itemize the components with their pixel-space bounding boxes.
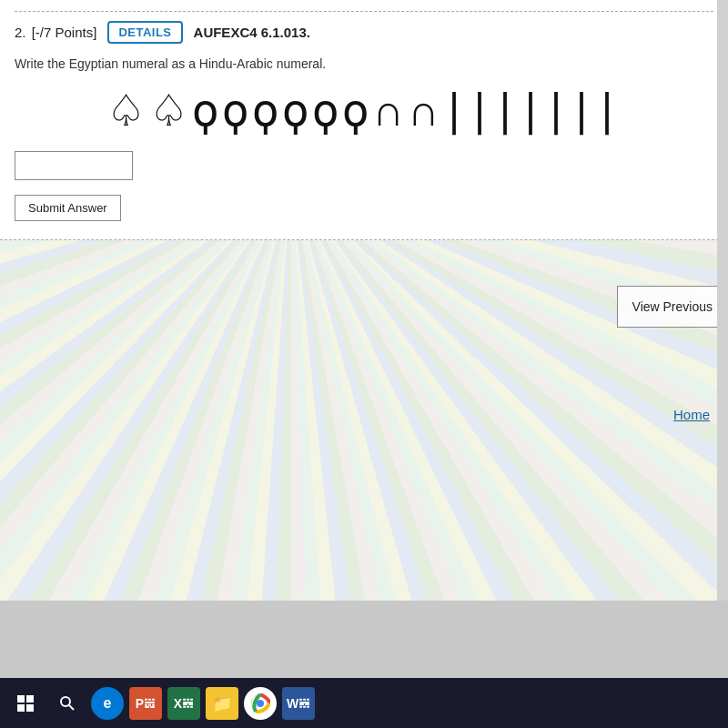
question-number: 2. [-/7 Points] (15, 25, 96, 40)
svg-rect-0 (17, 695, 25, 703)
answer-input[interactable] (15, 151, 133, 180)
svg-point-4 (61, 697, 70, 706)
search-button[interactable] (49, 685, 86, 722)
svg-rect-1 (26, 695, 34, 703)
svg-point-7 (257, 700, 264, 707)
chrome-icon[interactable] (244, 687, 277, 720)
word-icon[interactable]: W𝍁 (282, 687, 315, 720)
svg-line-5 (69, 705, 74, 710)
excel-icon[interactable]: X𝍁 (167, 687, 200, 720)
bottom-area: View Previous Home (0, 240, 728, 495)
taskbar: e P𝍃 X𝍁 📁 W𝍁 (0, 678, 728, 728)
svg-rect-3 (26, 704, 34, 712)
windows-start-button[interactable] (7, 685, 44, 722)
view-previous-button[interactable]: View Previous (617, 286, 728, 328)
home-link[interactable]: Home (673, 407, 710, 422)
question-panel: 2. [-/7 Points] DETAILS AUFEXC4 6.1.013.… (0, 0, 728, 240)
details-badge: DETAILS (107, 21, 182, 44)
powerpoint-icon[interactable]: P𝍃 (129, 687, 162, 720)
question-instruction: Write the Egyptian numeral as a Hindu-Ar… (15, 56, 713, 71)
question-header: 2. [-/7 Points] DETAILS AUFEXC4 6.1.013. (15, 11, 713, 44)
egyptian-numeral-display: ♤♤ϙϙϙϙϙϙ∩∩∣∣∣∣∣∣∣ (15, 82, 713, 136)
submit-answer-button[interactable]: Submit Answer (15, 195, 121, 221)
scrollbar[interactable] (717, 0, 728, 601)
question-code: AUFEXC4 6.1.013. (194, 25, 310, 40)
folder-icon[interactable]: 📁 (206, 687, 238, 720)
svg-rect-2 (17, 704, 25, 712)
edge-icon[interactable]: e (91, 687, 124, 720)
